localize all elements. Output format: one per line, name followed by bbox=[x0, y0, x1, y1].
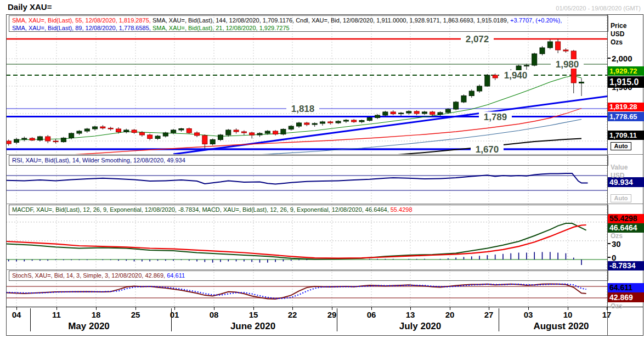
legend-segment: Cndl, XAU=, Bid, 12/08/2020, 1,911.0000,… bbox=[296, 17, 510, 24]
x-tick-label: 10 bbox=[563, 310, 573, 319]
candlestick bbox=[61, 137, 66, 143]
indicator-legend: RSI, XAU=, Bid(Last), 14, Wilder Smoothi… bbox=[9, 155, 608, 166]
frame-top bbox=[6, 14, 643, 15]
indicator-legend: MACDF, XAU=, Bid(Last), 12, 26, 9, Expon… bbox=[9, 205, 608, 215]
axis-value-box: 1,915.0 bbox=[608, 76, 644, 88]
x-tick-mark bbox=[96, 307, 97, 310]
x-tick-mark bbox=[16, 307, 17, 310]
x-tick-mark bbox=[410, 307, 411, 310]
candlestick bbox=[93, 126, 98, 131]
candlestick bbox=[304, 122, 309, 126]
candlestick bbox=[163, 132, 168, 138]
legend-segment: SMA, XAU=, Bid(Last), 21, 12/08/2020, 1,… bbox=[152, 25, 290, 31]
month-label: August 2020 bbox=[533, 321, 589, 332]
level-label-1,940: 1,940 bbox=[504, 70, 528, 81]
month-separator bbox=[337, 308, 337, 331]
chart-window: Daily XAU= 01/05/2020 - 19/08/2020 (GMT)… bbox=[0, 0, 644, 344]
candlestick bbox=[218, 134, 223, 141]
candlestick bbox=[187, 128, 191, 134]
candlestick bbox=[391, 110, 396, 115]
candlestick bbox=[547, 40, 552, 49]
x-tick-label: 15 bbox=[249, 310, 258, 319]
candlestick bbox=[30, 137, 35, 141]
x-tick-label: 13 bbox=[406, 310, 415, 319]
candlestick bbox=[359, 120, 364, 123]
candlestick bbox=[414, 110, 419, 115]
macd-line bbox=[6, 223, 586, 259]
axis-tick-mark bbox=[608, 58, 611, 59]
level-label-1,670: 1,670 bbox=[476, 144, 499, 154]
legend-segment: RSI, XAU=, Bid(Last), 14, Wilder Smoothi… bbox=[12, 157, 185, 163]
x-tick-mark bbox=[568, 307, 568, 310]
candlestick bbox=[22, 137, 27, 142]
candlestick bbox=[226, 129, 231, 137]
legend-segment: SMA, XAU=, Bid(Last), 144, 12/08/2020, 1… bbox=[152, 17, 296, 24]
candlestick bbox=[234, 128, 239, 134]
level-label-1,980: 1,980 bbox=[556, 59, 579, 70]
axis-value-box: 1,709.11 bbox=[608, 131, 644, 140]
x-tick-label: 03 bbox=[524, 310, 533, 319]
candlestick bbox=[6, 140, 11, 146]
x-tick-mark bbox=[450, 307, 450, 310]
legend-segment: 64.611 bbox=[167, 272, 185, 279]
candlestick bbox=[540, 46, 545, 55]
rsi-line bbox=[6, 173, 587, 184]
axis-unit-label: Ozs bbox=[611, 302, 623, 310]
x-tick-mark bbox=[332, 307, 332, 310]
auto-button[interactable]: Auto bbox=[611, 194, 631, 202]
candlestick bbox=[77, 130, 82, 135]
panel-separator bbox=[6, 307, 643, 307]
legend-segment: +3.7707, (+0.20%), bbox=[510, 17, 562, 24]
x-tick-mark bbox=[57, 307, 57, 310]
x-tick-label: 18 bbox=[92, 310, 101, 319]
x-tick-label: 20 bbox=[445, 310, 455, 319]
x-tick-label: 25 bbox=[131, 310, 140, 319]
month-label: June 2020 bbox=[230, 321, 275, 332]
candlestick bbox=[469, 89, 474, 98]
x-tick-label: 29 bbox=[327, 310, 337, 319]
axis-unit-label: Price bbox=[611, 22, 626, 30]
candlestick bbox=[108, 127, 113, 131]
x-tick-label: 01 bbox=[170, 310, 179, 319]
candlestick bbox=[37, 136, 42, 142]
panel-separator bbox=[6, 269, 643, 270]
candlestick bbox=[579, 78, 584, 97]
frame-bottom bbox=[6, 335, 643, 336]
candlestick bbox=[556, 39, 561, 53]
axis-value-box: 46.6464 bbox=[608, 223, 644, 233]
axis-unit-label: USD bbox=[611, 30, 624, 38]
x-tick-mark bbox=[174, 307, 175, 310]
signal-line bbox=[6, 225, 586, 258]
candlestick bbox=[352, 119, 357, 123]
auto-button[interactable]: Auto bbox=[611, 142, 631, 150]
candlestick bbox=[210, 139, 215, 146]
x-tick-mark bbox=[292, 307, 293, 310]
value-axis-column[interactable]: 2,0001,9001,929.721,915.01,819.281,778.6… bbox=[608, 0, 644, 344]
axis-tick-mark bbox=[608, 243, 611, 244]
axis-value-box: 1,778.65 bbox=[608, 112, 644, 121]
candlestick bbox=[46, 135, 50, 143]
panel-separator bbox=[6, 154, 643, 155]
candlestick bbox=[343, 119, 348, 123]
candlestick bbox=[571, 50, 576, 93]
axis-unit-label: Ozs bbox=[611, 232, 623, 240]
candlestick bbox=[53, 139, 58, 144]
axis-unit-label: Ozs bbox=[611, 38, 623, 46]
frame-left bbox=[6, 14, 7, 336]
candlestick bbox=[148, 134, 152, 140]
candlestick bbox=[179, 128, 184, 132]
candlestick bbox=[336, 120, 341, 124]
legend-segment: MACDF, XAU=, Bid(Last), 12, 26, 9, Expon… bbox=[12, 206, 391, 213]
candlestick bbox=[461, 94, 466, 103]
candlestick bbox=[375, 114, 380, 119]
candlestick bbox=[320, 121, 325, 126]
candlestick bbox=[84, 128, 89, 133]
level-label-1,789: 1,789 bbox=[484, 112, 507, 122]
x-tick-label: 11 bbox=[52, 310, 61, 319]
axis-value-box: 64.611 bbox=[608, 283, 644, 292]
month-label: May 2020 bbox=[68, 321, 110, 332]
axis-value-box: 42.869 bbox=[608, 292, 644, 302]
axis-unit-label: Value bbox=[611, 163, 628, 171]
x-tick-mark bbox=[371, 307, 372, 310]
price-chart[interactable]: 2,0721,9801,9401,8181,7891,670 bbox=[6, 14, 607, 154]
